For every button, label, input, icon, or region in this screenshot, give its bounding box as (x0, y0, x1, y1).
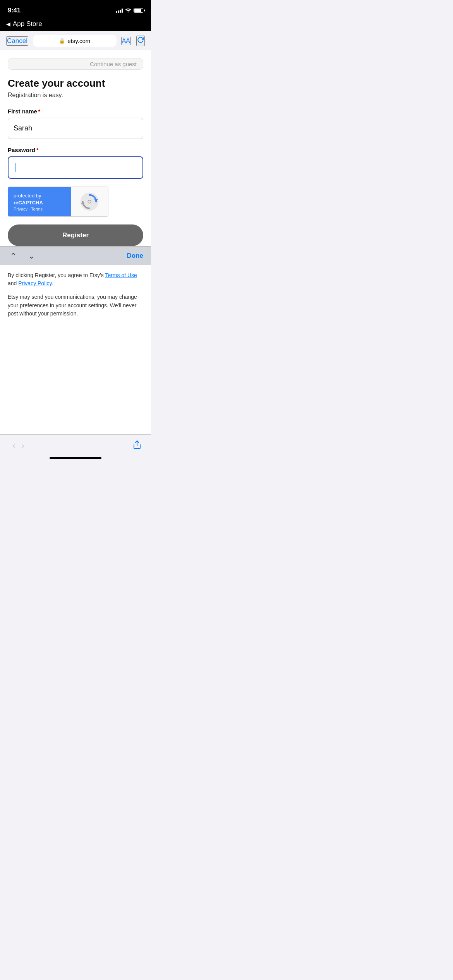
first-name-group: First name * (8, 108, 143, 139)
keyboard-toolbar: ⌃ ⌄ Done (0, 246, 151, 265)
first-name-input[interactable] (8, 118, 143, 139)
back-arrow-icon: ◀ (6, 21, 10, 27)
content-spacer (0, 326, 151, 434)
legal-text-1: By clicking Register, you agree to Etsy'… (8, 271, 143, 288)
recaptcha-logo-icon (80, 192, 99, 211)
keyboard-next-button[interactable]: ⌄ (26, 250, 37, 262)
lock-icon: 🔒 (59, 38, 65, 44)
url-text: etsy.com (67, 38, 90, 44)
app-store-label[interactable]: App Store (13, 20, 42, 28)
recaptcha-right (71, 192, 108, 211)
status-time: 9:41 (8, 7, 21, 14)
safari-forward-button[interactable]: › (18, 439, 27, 452)
page-title: Create your account (8, 77, 143, 89)
password-required: * (36, 147, 38, 153)
safari-back-button[interactable]: ‹ (9, 439, 18, 452)
url-bar[interactable]: 🔒 etsy.com (33, 35, 117, 47)
password-input-wrapper[interactable] (8, 156, 143, 179)
keyboard-nav-buttons: ⌃ ⌄ (8, 250, 37, 262)
battery-icon (134, 8, 143, 13)
keyboard-prev-button[interactable]: ⌃ (8, 250, 19, 262)
recaptcha-protected-text: protected by reCAPTCHA (14, 192, 66, 206)
signal-bars-icon (116, 8, 123, 13)
browser-actions: AA (121, 36, 145, 46)
status-bar: 9:41 (0, 0, 151, 19)
password-group: Password * (8, 147, 143, 179)
password-label: Password * (8, 147, 143, 153)
svg-point-4 (88, 200, 91, 203)
home-indicator (0, 454, 151, 461)
reload-button[interactable] (136, 36, 145, 46)
terms-of-use-link[interactable]: Terms of Use (105, 272, 137, 278)
register-button[interactable]: Register (8, 224, 143, 246)
wifi-icon (125, 8, 131, 14)
keyboard-done-button[interactable]: Done (127, 252, 144, 260)
page-content: Continue as guest Create your account Re… (0, 50, 151, 246)
first-name-required: * (38, 108, 40, 115)
recaptcha-widget[interactable]: protected by reCAPTCHA Privacy · Terms (8, 187, 108, 217)
legal-section: By clicking Register, you agree to Etsy'… (0, 265, 151, 326)
home-bar (50, 457, 101, 459)
privacy-policy-link[interactable]: Privacy Policy (18, 280, 51, 286)
guest-banner[interactable]: Continue as guest (8, 58, 143, 70)
legal-text-2: Etsy may send you communications; you ma… (8, 293, 143, 318)
first-name-label: First name * (8, 108, 143, 115)
guest-text: Continue as guest (90, 61, 137, 67)
cancel-button[interactable]: Cancel (6, 36, 28, 46)
recaptcha-brand: reCAPTCHA (14, 200, 43, 206)
browser-bar: Cancel 🔒 etsy.com AA (0, 31, 151, 50)
text-cursor (15, 163, 15, 172)
page-subtitle: Registration is easy. (8, 92, 143, 99)
aa-button[interactable]: AA (121, 37, 131, 45)
recaptcha-links[interactable]: Privacy · Terms (14, 207, 66, 211)
status-icons (116, 8, 143, 14)
recaptcha-left: protected by reCAPTCHA Privacy · Terms (8, 187, 71, 216)
app-store-bar: ◀ App Store (0, 19, 151, 31)
safari-toolbar: ‹ › (0, 434, 151, 454)
safari-share-button[interactable] (132, 440, 142, 452)
